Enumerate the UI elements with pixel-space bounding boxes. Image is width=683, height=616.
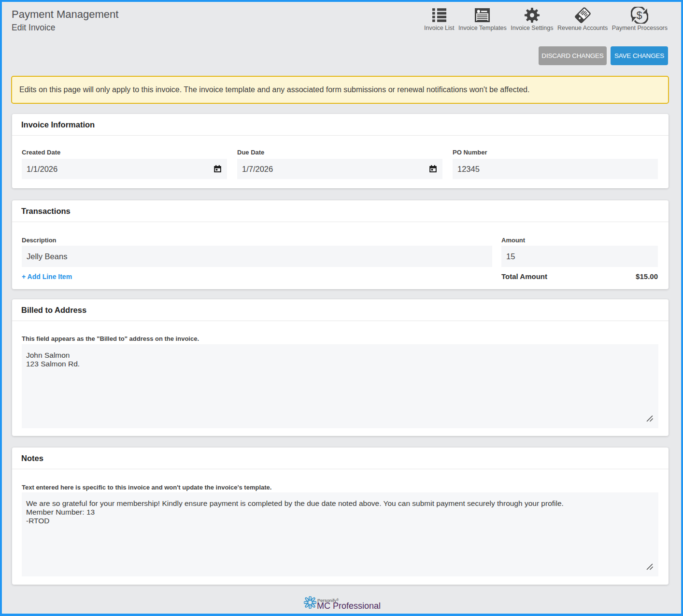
svg-text:$: $ [637,10,642,21]
